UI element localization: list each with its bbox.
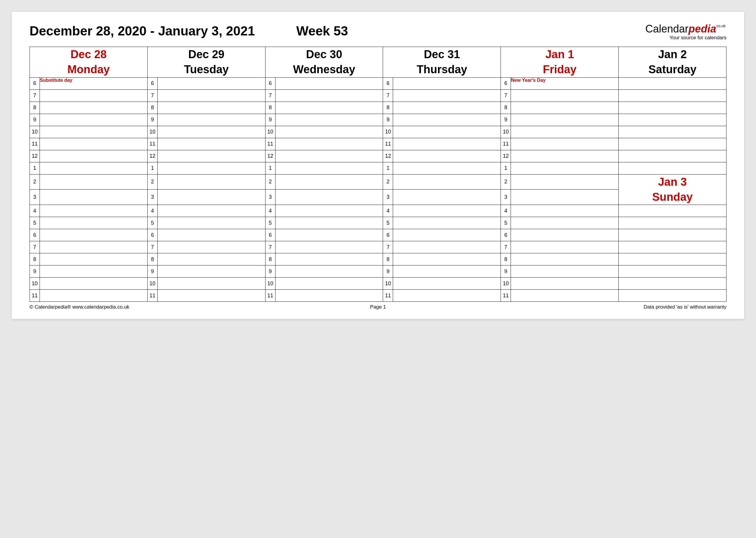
hour-row: 1111111111 xyxy=(30,290,727,302)
hour-label: 11 xyxy=(30,138,40,150)
hour-label: 3 xyxy=(147,189,157,205)
time-slot xyxy=(511,253,619,265)
time-slot xyxy=(40,241,148,253)
time-slot xyxy=(157,102,265,114)
hour-label: 5 xyxy=(383,217,393,229)
hour-row: 99999 xyxy=(30,114,727,126)
hour-row: 22222Jan 3Sunday xyxy=(30,174,727,189)
time-slot xyxy=(275,89,383,102)
day-date: Jan 1 xyxy=(545,48,574,61)
hour-label: 9 xyxy=(501,265,511,278)
weekend-slot-sun xyxy=(619,241,727,253)
time-slot xyxy=(511,150,619,162)
weekend-slot-sun xyxy=(619,253,727,265)
header-row: Dec 28 Monday Dec 29 Tuesday Dec 30 Wedn… xyxy=(30,47,727,78)
hour-label: 6 xyxy=(383,229,393,241)
time-slot xyxy=(157,162,265,174)
time-slot xyxy=(40,162,148,174)
time-slot xyxy=(393,102,501,114)
hour-label: 8 xyxy=(265,102,275,114)
hour-label: 7 xyxy=(30,89,40,102)
hour-label: 1 xyxy=(501,162,511,174)
time-slot xyxy=(275,126,383,138)
hour-label: 11 xyxy=(383,290,393,302)
hour-label: 5 xyxy=(501,217,511,229)
hour-label: 11 xyxy=(383,138,393,150)
weekend-slot-sat xyxy=(619,162,727,174)
hour-label: 7 xyxy=(265,89,275,102)
weekend-slot-sat xyxy=(619,114,727,126)
time-slot xyxy=(40,278,148,290)
hour-label: 8 xyxy=(265,253,275,265)
hour-label: 5 xyxy=(30,217,40,229)
hour-label: 8 xyxy=(147,253,157,265)
day-note: New Year's Day xyxy=(511,78,545,83)
time-slot xyxy=(40,126,148,138)
hour-label: 2 xyxy=(147,174,157,189)
hour-row: 44444 xyxy=(30,205,727,217)
hour-label: 3 xyxy=(383,189,393,205)
page-header: December 28, 2020 - January 3, 2021 Week… xyxy=(29,24,727,41)
hour-label: 7 xyxy=(383,241,393,253)
time-slot xyxy=(40,205,148,217)
time-slot xyxy=(393,114,501,126)
time-slot xyxy=(393,253,501,265)
hour-label: 6 xyxy=(265,78,275,89)
hour-label: 9 xyxy=(147,114,157,126)
time-slot xyxy=(157,241,265,253)
time-slot xyxy=(40,174,148,189)
time-slot xyxy=(511,102,619,114)
day-weekday: Thursday xyxy=(417,63,467,76)
hour-label: 6 xyxy=(147,229,157,241)
calendar-table: Dec 28 Monday Dec 29 Tuesday Dec 30 Wedn… xyxy=(29,47,727,302)
time-slot xyxy=(511,217,619,229)
hour-row: 11111 xyxy=(30,162,727,174)
hour-label: 12 xyxy=(383,150,393,162)
hour-label: 9 xyxy=(265,114,275,126)
hour-row: 1111111111 xyxy=(30,138,727,150)
hour-label: 6 xyxy=(265,229,275,241)
weekend-slot-sat xyxy=(619,138,727,150)
hour-label: 8 xyxy=(30,102,40,114)
time-slot xyxy=(157,265,265,278)
hour-row: 66666 xyxy=(30,229,727,241)
time-slot xyxy=(393,217,501,229)
time-slot xyxy=(393,126,501,138)
weekend-slot-sat xyxy=(619,102,727,114)
time-slot xyxy=(40,253,148,265)
hour-label: 3 xyxy=(30,189,40,205)
day-weekday: Friday xyxy=(543,63,576,76)
time-slot xyxy=(511,205,619,217)
brand-domain: .co.uk xyxy=(715,24,726,28)
time-slot xyxy=(511,162,619,174)
time-slot xyxy=(40,150,148,162)
time-slot xyxy=(511,138,619,150)
day-header-fri: Jan 1 Friday xyxy=(501,47,619,78)
time-slot xyxy=(275,229,383,241)
time-slot xyxy=(157,114,265,126)
hour-label: 6 xyxy=(383,78,393,89)
page-footer: © Calendarpedia® www.calendarpedia.co.uk… xyxy=(29,304,727,310)
hour-label: 12 xyxy=(501,150,511,162)
hour-label: 4 xyxy=(147,205,157,217)
hour-label: 7 xyxy=(383,89,393,102)
hour-label: 4 xyxy=(265,205,275,217)
time-slot xyxy=(393,205,501,217)
time-slot xyxy=(40,102,148,114)
weekend-slot-sat xyxy=(619,126,727,138)
time-slot xyxy=(393,78,501,89)
hour-label: 9 xyxy=(147,265,157,278)
day-date: Jan 3 xyxy=(658,176,687,188)
time-slot xyxy=(275,205,383,217)
footer-left: © Calendarpedia® www.calendarpedia.co.uk xyxy=(29,304,262,310)
hour-label: 8 xyxy=(30,253,40,265)
hour-row: 1212121212 xyxy=(30,150,727,162)
hour-label: 10 xyxy=(265,278,275,290)
time-slot xyxy=(157,126,265,138)
time-slot xyxy=(511,241,619,253)
hour-label: 11 xyxy=(265,290,275,302)
hour-label: 9 xyxy=(383,114,393,126)
hour-label: 10 xyxy=(265,126,275,138)
time-slot xyxy=(275,241,383,253)
hour-row: 6Substitute day6666New Year's Day xyxy=(30,78,727,89)
